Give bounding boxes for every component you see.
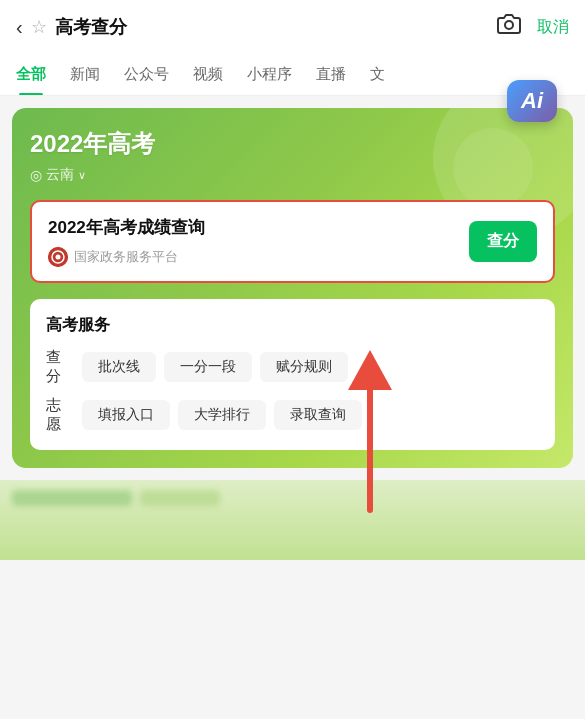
tab-official[interactable]: 公众号	[112, 54, 181, 96]
bottom-blur-area	[0, 480, 585, 560]
back-button[interactable]: ‹	[16, 16, 23, 39]
source-name: 国家政务服务平台	[74, 248, 178, 266]
result-title: 2022年高考成绩查询	[48, 216, 457, 239]
service-tag-daxue[interactable]: 大学排行	[178, 400, 266, 430]
card-year: 2022年高考	[30, 128, 555, 160]
content-area: 2022年高考 ◎ 云南 ∨ 2022年高考成绩查询 国家政务服务平	[0, 96, 585, 480]
blur-placeholder-2	[140, 490, 220, 506]
camera-icon[interactable]	[497, 12, 521, 42]
service-tag-fufen[interactable]: 赋分规则	[260, 352, 348, 382]
query-button[interactable]: 查分	[469, 221, 537, 262]
services-row-1: 查分 批次线 一分一段 赋分规则	[46, 348, 539, 386]
tab-all[interactable]: 全部	[4, 54, 58, 96]
location-text: 云南	[46, 166, 74, 184]
top-bar: ‹ ☆ 高考查分 取消	[0, 0, 585, 54]
bottom-content	[0, 480, 585, 516]
services-title: 高考服务	[46, 315, 539, 336]
location-pin-icon: ◎	[30, 167, 42, 183]
tab-news[interactable]: 新闻	[58, 54, 112, 96]
green-card: 2022年高考 ◎ 云南 ∨ 2022年高考成绩查询 国家政务服务平	[12, 108, 573, 468]
source-logo-icon	[48, 247, 68, 267]
ai-badge-area: Ai	[507, 80, 557, 122]
service-tag-tianbao[interactable]: 填报入口	[82, 400, 170, 430]
service-tags-row1: 批次线 一分一段 赋分规则	[82, 352, 348, 382]
star-icon[interactable]: ☆	[31, 16, 47, 38]
service-tag-luqu[interactable]: 录取查询	[274, 400, 362, 430]
service-tags-row2: 填报入口 大学排行 录取查询	[82, 400, 362, 430]
services-section: 高考服务 查分 批次线 一分一段 赋分规则 志愿 填报入口 大学排	[30, 299, 555, 450]
ai-badge[interactable]: Ai	[507, 80, 557, 122]
blur-placeholder-1	[12, 490, 132, 506]
tab-bar: 全部 新闻 公众号 视频 小程序 直播 文	[0, 54, 585, 96]
top-bar-right: 取消	[497, 12, 569, 42]
service-label-zhiyuan: 志愿	[46, 396, 74, 434]
service-tag-yifen[interactable]: 一分一段	[164, 352, 252, 382]
result-source: 国家政务服务平台	[48, 247, 457, 267]
result-box: 2022年高考成绩查询 国家政务服务平台 查分	[30, 200, 555, 283]
tab-article[interactable]: 文	[358, 54, 397, 96]
chevron-down-icon: ∨	[78, 169, 86, 182]
services-grid: 查分 批次线 一分一段 赋分规则 志愿 填报入口 大学排行 录取查询	[46, 348, 539, 434]
svg-point-3	[56, 255, 61, 260]
tab-video[interactable]: 视频	[181, 54, 235, 96]
page-title: 高考查分	[55, 15, 127, 39]
card-location[interactable]: ◎ 云南 ∨	[30, 166, 555, 184]
service-label-chafan: 查分	[46, 348, 74, 386]
cancel-button[interactable]: 取消	[537, 17, 569, 38]
tab-mini[interactable]: 小程序	[235, 54, 304, 96]
result-box-left: 2022年高考成绩查询 国家政务服务平台	[48, 216, 457, 267]
top-bar-left: ‹ ☆ 高考查分	[16, 15, 127, 39]
services-row-2: 志愿 填报入口 大学排行 录取查询	[46, 396, 539, 434]
svg-point-0	[505, 21, 513, 29]
service-tag-pici[interactable]: 批次线	[82, 352, 156, 382]
tab-live[interactable]: 直播	[304, 54, 358, 96]
